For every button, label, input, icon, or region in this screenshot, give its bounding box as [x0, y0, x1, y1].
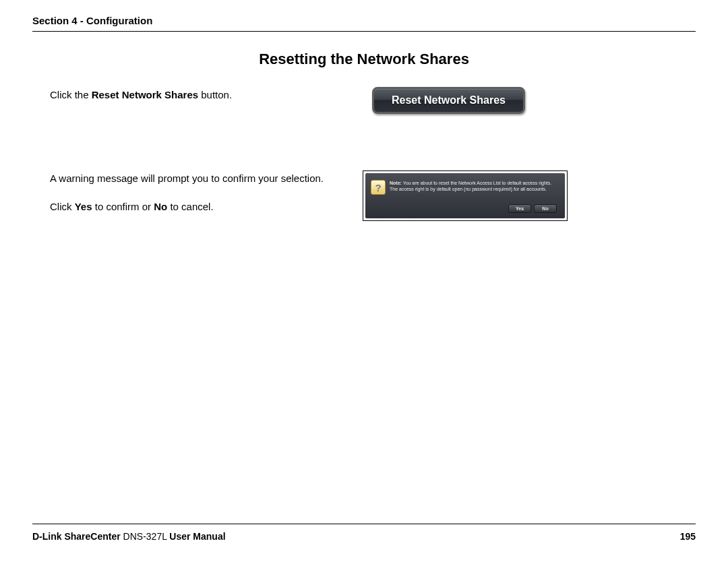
no-button[interactable]: No [534, 204, 557, 213]
step-2-visual: ? Note: You are about to reset the Netwo… [349, 170, 696, 221]
step-1-text: Click the Reset Network Shares button. [32, 87, 349, 115]
confirm-dialog: ? Note: You are about to reset the Netwo… [365, 173, 565, 218]
step1-pre: Click the [50, 89, 92, 100]
footer-left: D-Link ShareCenter DNS-327L User Manual [32, 531, 226, 542]
page-footer: D-Link ShareCenter DNS-327L User Manual … [32, 524, 696, 542]
page-header: Section 4 - Configuration [32, 15, 696, 32]
reset-network-shares-button[interactable]: Reset Network Shares [372, 87, 525, 114]
dialog-buttons: Yes No [371, 204, 559, 213]
yes-button[interactable]: Yes [508, 204, 531, 213]
dialog-message: Note: You are about to reset the Network… [390, 180, 551, 193]
step-1-visual: Reset Network Shares [349, 87, 696, 114]
question-icon: ? [371, 180, 386, 195]
step-2-row: A warning message will prompt you to con… [32, 170, 696, 227]
dialog-body: ? Note: You are about to reset the Netwo… [371, 180, 559, 195]
section-label: Section 4 - Configuration [32, 15, 152, 26]
confirm-dialog-frame: ? Note: You are about to reset the Netwo… [363, 170, 568, 221]
page-number: 195 [680, 531, 696, 542]
step2-line1: A warning message will prompt you to con… [50, 170, 349, 187]
step-1-row: Click the Reset Network Shares button. R… [32, 87, 696, 115]
step1-post: button. [198, 89, 232, 100]
page-title: Resetting the Network Shares [32, 51, 696, 68]
step1-bold: Reset Network Shares [92, 89, 198, 100]
step2-line2: Click Yes to confirm or No to cancel. [50, 199, 349, 215]
step-2-text: A warning message will prompt you to con… [32, 170, 349, 227]
